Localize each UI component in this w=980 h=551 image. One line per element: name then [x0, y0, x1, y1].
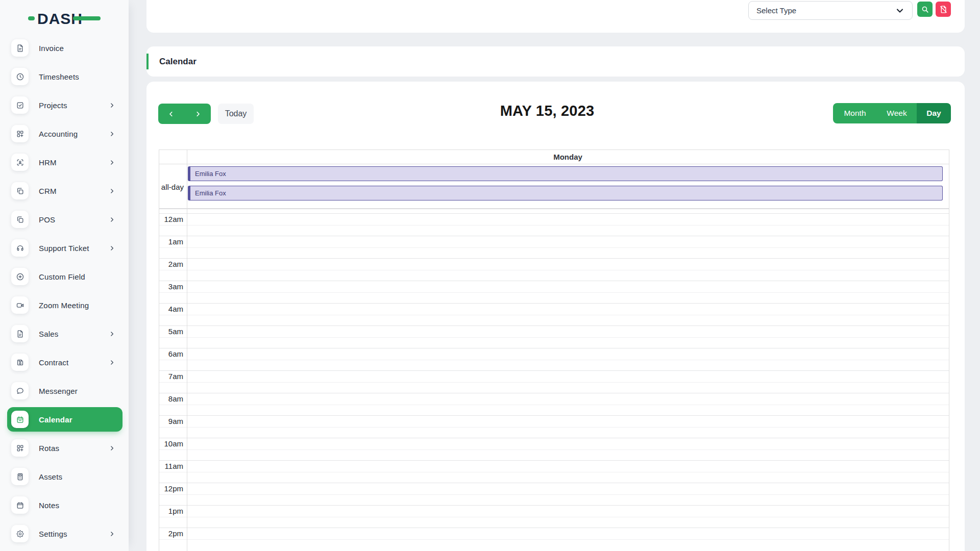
title-accent-bar: [146, 54, 149, 69]
view-button-week[interactable]: Week: [877, 103, 917, 123]
all-day-event[interactable]: Emilia Fox: [188, 186, 943, 201]
sidebar-item-assets[interactable]: Assets: [0, 462, 129, 491]
day-header-row: Monday: [159, 150, 949, 164]
hour-row-12am[interactable]: 12am: [159, 213, 949, 236]
sidebar-item-projects[interactable]: Projects: [0, 91, 129, 119]
sidebar-item-timesheets[interactable]: Timesheets: [0, 62, 129, 91]
view-switcher: MonthWeekDay: [833, 103, 951, 123]
page-title-card: Calendar: [146, 46, 965, 77]
sidebar-item-label: CRM: [39, 187, 57, 195]
sidebar-item-rotas[interactable]: Rotas: [0, 434, 129, 462]
half-hour-line: [159, 360, 949, 360]
select-type-dropdown[interactable]: Select Type: [748, 1, 913, 20]
video-icon: [11, 296, 29, 314]
time-label: 1pm: [159, 506, 183, 517]
sidebar-item-pos[interactable]: POS: [0, 205, 129, 234]
clear-filter-button[interactable]: [936, 2, 951, 17]
sidebar-item-label: Zoom Meeting: [39, 301, 89, 310]
page-title: Calendar: [159, 46, 197, 77]
sidebar-item-label: Messenger: [39, 387, 78, 395]
sidebar-item-crm[interactable]: CRM: [0, 177, 129, 205]
invoice-icon: [11, 39, 29, 57]
chevron-right-icon: [109, 159, 115, 166]
plus-circle-icon: [11, 268, 29, 285]
hour-row-3am[interactable]: 3am: [159, 281, 949, 303]
half-hour-line: [159, 494, 949, 495]
sidebar-item-label: Notes: [39, 501, 59, 510]
day-grid: Monday all-day Emilia FoxEmilia Fox 12am…: [159, 149, 949, 551]
time-label: 2pm: [159, 528, 183, 539]
hour-row-11am[interactable]: 11am: [159, 460, 949, 483]
sidebar: DASH InvoiceTimesheetsProjectsAccounting…: [0, 0, 129, 551]
view-button-day[interactable]: Day: [917, 103, 951, 123]
search-button[interactable]: [917, 2, 933, 17]
time-label: 11am: [159, 461, 183, 472]
sidebar-item-invoice[interactable]: Invoice: [0, 34, 129, 62]
hour-row-6am[interactable]: 6am: [159, 348, 949, 370]
half-hour-line: [159, 472, 949, 472]
time-label: 12pm: [159, 483, 183, 494]
hour-row-12pm[interactable]: 12pm: [159, 483, 949, 505]
hour-row-1am[interactable]: 1am: [159, 236, 949, 258]
hour-row-2am[interactable]: 2am: [159, 258, 949, 281]
sidebar-item-label: Sales: [39, 330, 59, 338]
sidebar-item-zoom-meeting[interactable]: Zoom Meeting: [0, 291, 129, 319]
chevron-right-icon: [109, 331, 115, 337]
sidebar-item-messenger[interactable]: Messenger: [0, 377, 129, 405]
half-hour-line: [159, 427, 949, 428]
sidebar-item-support-ticket[interactable]: Support Ticket: [0, 234, 129, 262]
grid-plus-icon: [11, 125, 29, 142]
chevron-right-icon: [109, 245, 115, 252]
chevron-right-icon: [109, 445, 115, 452]
sidebar-item-label: Timesheets: [39, 72, 79, 81]
sidebar-item-label: Invoice: [39, 44, 64, 53]
sidebar-item-label: Projects: [39, 101, 67, 110]
sidebar-item-accounting[interactable]: Accounting: [0, 119, 129, 148]
half-hour-line: [159, 517, 949, 517]
file-off-icon: [939, 5, 948, 14]
half-hour-line: [159, 337, 949, 338]
time-label: 4am: [159, 304, 183, 315]
sidebar-item-label: HRM: [39, 158, 57, 167]
all-day-event[interactable]: Emilia Fox: [188, 166, 943, 181]
hour-row-4am[interactable]: 4am: [159, 303, 949, 325]
sidebar-item-label: Rotas: [39, 444, 59, 453]
hour-row-1pm[interactable]: 1pm: [159, 505, 949, 528]
sidebar-item-label: Accounting: [39, 130, 78, 138]
save-icon: [11, 354, 29, 371]
sidebar-item-calendar[interactable]: Calendar: [0, 405, 129, 434]
chat-icon: [11, 382, 29, 399]
dash-logo[interactable]: DASH: [28, 8, 101, 29]
hour-row-5am[interactable]: 5am: [159, 325, 949, 348]
hour-row-7am[interactable]: 7am: [159, 370, 949, 393]
grid-plus-icon: [11, 439, 29, 457]
time-label: 2am: [159, 259, 183, 270]
half-hour-line: [159, 449, 949, 450]
logo-dash: [73, 16, 101, 20]
sidebar-item-hrm[interactable]: HRM: [0, 148, 129, 177]
copy-icon: [11, 211, 29, 228]
file-icon: [11, 325, 29, 342]
sidebar-item-custom-field[interactable]: Custom Field: [0, 262, 129, 291]
sidebar-item-sales[interactable]: Sales: [0, 319, 129, 348]
hour-row-9am[interactable]: 9am: [159, 415, 949, 438]
hour-row-10am[interactable]: 10am: [159, 438, 949, 460]
search-icon: [921, 5, 929, 14]
time-grid-spacer: [159, 209, 949, 213]
hour-row-8am[interactable]: 8am: [159, 393, 949, 415]
app-root: DASH InvoiceTimesheetsProjectsAccounting…: [0, 0, 980, 551]
chevron-right-icon: [109, 102, 115, 109]
half-hour-line: [159, 382, 949, 383]
all-day-events: Emilia FoxEmilia Fox: [187, 164, 943, 208]
sidebar-item-contract[interactable]: Contract: [0, 348, 129, 377]
sidebar-item-settings[interactable]: Settings: [0, 519, 129, 548]
gear-icon: [11, 525, 29, 542]
time-label: 5am: [159, 326, 183, 337]
checkbox-icon: [11, 96, 29, 114]
hour-row-2pm[interactable]: 2pm: [159, 528, 949, 550]
notes-icon: [11, 496, 29, 514]
sidebar-item-notes[interactable]: Notes: [0, 491, 129, 519]
view-button-month[interactable]: Month: [833, 103, 877, 123]
sidebar-item-label: Contract: [39, 358, 68, 367]
chevron-down-icon: [895, 6, 905, 16]
